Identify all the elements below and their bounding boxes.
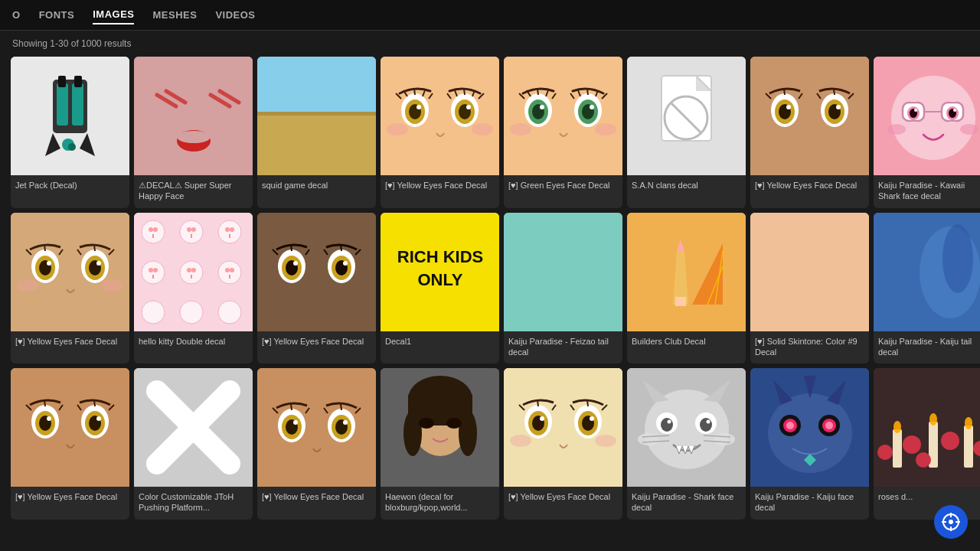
card-6[interactable]: S.A.N clans decal — [627, 57, 746, 208]
card-label-10: hello kitty Double decal — [134, 331, 253, 356]
svg-point-38 — [540, 105, 544, 109]
svg-rect-125 — [675, 297, 686, 306]
thumb-12: RICH KIDS ONLY — [381, 213, 499, 331]
thumb-24 — [874, 368, 980, 487]
svg-rect-122 — [627, 213, 746, 331]
svg-rect-109 — [257, 213, 376, 331]
svg-rect-145 — [257, 368, 376, 487]
card-24[interactable]: roses d... — [874, 368, 980, 520]
svg-rect-89 — [191, 234, 192, 238]
card-4[interactable]: [♥] Yellow Eyes Face Decal — [381, 57, 499, 208]
svg-point-69 — [960, 124, 978, 135]
card-label-8: Kaiju Paradise - Kawaii Shark face decal — [874, 175, 980, 208]
svg-text:RICH KIDS: RICH KIDS — [397, 247, 483, 266]
card-18[interactable]: Color Customizable JToH Pushing Platform… — [134, 368, 253, 520]
svg-point-53 — [786, 105, 791, 109]
svg-point-180 — [700, 418, 712, 432]
svg-point-169 — [540, 416, 544, 421]
svg-point-28 — [466, 105, 471, 109]
card-8[interactable]: Kaiju Paradise - Kawaii Shark face decal — [874, 57, 980, 208]
card-1[interactable]: Jet Pack (Decal) — [11, 57, 129, 208]
logo-button[interactable] — [934, 505, 968, 539]
svg-point-181 — [668, 420, 671, 424]
svg-rect-10 — [134, 57, 253, 175]
thumb-18 — [134, 368, 253, 487]
nav-images[interactable]: IMAGES — [93, 5, 134, 24]
card-14[interactable]: Builders Club Decal — [627, 213, 746, 364]
svg-point-29 — [387, 123, 408, 135]
svg-point-77 — [47, 261, 51, 266]
thumb-20 — [381, 368, 499, 487]
nav-videos[interactable]: VIDEOS — [215, 6, 255, 24]
card-9[interactable]: [♥] Yellow Eyes Face Decal — [11, 213, 129, 364]
svg-rect-121 — [504, 213, 622, 331]
nav-home[interactable]: O — [12, 6, 21, 24]
svg-point-158 — [403, 410, 422, 456]
svg-point-183 — [638, 433, 659, 445]
thumb-5 — [504, 57, 622, 175]
svg-point-27 — [416, 105, 421, 109]
svg-point-208 — [903, 435, 921, 454]
svg-point-94 — [142, 261, 165, 284]
svg-point-106 — [142, 301, 165, 324]
card-5[interactable]: [♥] Green Eyes Face Decal — [504, 57, 622, 208]
thumb-11 — [257, 213, 376, 331]
svg-point-161 — [446, 418, 462, 429]
svg-point-88 — [191, 227, 196, 232]
card-label-22: Kaiju Paradise - Shark face decal — [627, 487, 746, 520]
card-11[interactable]: [♥] Yellow Eyes Face Decal — [257, 213, 376, 364]
card-23[interactable]: Kaiju Paradise - Kaiju face decal — [750, 368, 869, 520]
svg-point-9 — [68, 143, 76, 151]
svg-point-184 — [714, 433, 735, 445]
card-label-16: Kaiju Paradise - Kaiju tail decal — [874, 331, 980, 364]
nav-meshes[interactable]: MESHES — [152, 6, 197, 24]
card-label-20: Haewon (decal for bloxburg/kpop,world... — [381, 487, 499, 520]
thumb-7 — [750, 57, 869, 175]
svg-point-86 — [180, 220, 203, 243]
svg-point-67 — [953, 109, 956, 112]
card-10[interactable]: hello kitty Double decal — [134, 213, 253, 364]
card-label-24: roses d... — [874, 487, 980, 511]
card-16[interactable]: Kaiju Paradise - Kaiju tail decal — [874, 213, 980, 364]
card-3[interactable]: squid game decal — [257, 57, 376, 208]
svg-point-84 — [153, 227, 158, 232]
svg-rect-2 — [57, 83, 68, 126]
svg-point-40 — [510, 123, 531, 135]
svg-point-96 — [153, 268, 158, 272]
thumb-22 — [627, 368, 746, 487]
thumb-8 — [874, 57, 980, 175]
svg-point-153 — [343, 420, 348, 425]
image-grid: Jet Pack (Decal) ⚠DECAL⚠ Super Super Hap… — [0, 57, 980, 520]
svg-rect-6 — [58, 76, 66, 87]
card-17[interactable]: [♥] Yellow Eyes Face Decal — [11, 368, 129, 520]
card-7[interactable]: [♥] Yellow Eyes Face Decal — [750, 57, 869, 208]
card-2[interactable]: ⚠DECAL⚠ Super Super Happy Face — [134, 57, 253, 208]
card-22[interactable]: Kaiju Paradise - Shark face decal — [627, 368, 746, 520]
card-21[interactable]: [♥] Yellow Eyes Face Decal — [504, 368, 622, 520]
card-19[interactable]: [♥] Yellow Eyes Face Decal — [257, 368, 376, 520]
card-15[interactable]: [♥] Solid Skintone: Color #9 Decal — [750, 213, 869, 364]
thumb-17 — [11, 368, 129, 487]
svg-rect-204 — [964, 425, 973, 468]
svg-point-107 — [180, 301, 203, 324]
card-12[interactable]: RICH KIDS ONLY Decal1 — [381, 213, 499, 364]
svg-point-117 — [343, 261, 348, 266]
svg-rect-31 — [504, 57, 622, 175]
thumb-23 — [750, 368, 869, 487]
svg-point-206 — [929, 413, 937, 425]
svg-point-160 — [419, 418, 434, 429]
svg-rect-18 — [257, 116, 376, 175]
svg-point-82 — [142, 220, 165, 243]
card-label-14: Builders Club Decal — [627, 331, 746, 356]
thumb-1 — [11, 57, 129, 175]
svg-rect-3 — [72, 83, 83, 126]
svg-point-66 — [914, 109, 917, 112]
card-label-11: [♥] Yellow Eyes Face Decal — [257, 331, 376, 356]
card-20[interactable]: Haewon (decal for bloxburg/kpop,world... — [381, 368, 499, 520]
nav-fonts[interactable]: FONTS — [39, 6, 75, 24]
svg-point-170 — [590, 416, 594, 421]
svg-point-16 — [177, 131, 211, 143]
results-count: Showing 1-30 of 1000 results — [0, 31, 980, 57]
card-13[interactable]: Kaiju Paradise - Feizao tail decal — [504, 213, 622, 364]
thumb-3 — [257, 57, 376, 175]
